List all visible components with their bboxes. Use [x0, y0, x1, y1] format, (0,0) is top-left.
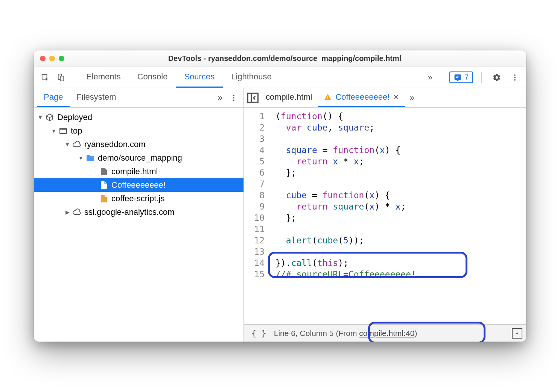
svg-point-6 [233, 94, 234, 96]
editor-statusbar: { } Line 6, Column 5 (From compile.html:… [244, 324, 526, 342]
tree-node-folder[interactable]: ▼ demo/source_mapping [34, 151, 243, 165]
tree-node-deployed[interactable]: ▼ Deployed [34, 111, 243, 124]
cursor-position: Line 6, Column 5 [274, 329, 334, 338]
main-tab-sources[interactable]: Sources [176, 67, 223, 88]
editor-tab[interactable]: compile.html [260, 88, 318, 107]
main-tab-elements[interactable]: Elements [78, 67, 129, 88]
tree-file[interactable]: Coffeeeeeeee! [34, 178, 243, 192]
code-line[interactable] [275, 178, 521, 190]
drawer-toggle-icon[interactable] [512, 328, 522, 339]
tree-node-domain[interactable]: ▶ ssl.google-analytics.com [34, 205, 243, 219]
tree-label: demo/source_mapping [98, 153, 182, 163]
code-line[interactable]: return x * x; [275, 156, 521, 167]
annotation-highlight [268, 252, 467, 278]
main-tabs: ElementsConsoleSourcesLighthouse [78, 67, 423, 88]
navigator-panel: PageFilesystem » ▼ Deployed ▼ [34, 88, 244, 342]
toolbar-divider [74, 72, 74, 83]
code-line[interactable]: cube = function(x) { [275, 190, 521, 201]
toggle-navigator-icon[interactable] [246, 91, 260, 105]
file-icon [99, 167, 108, 176]
tree-label: ryanseddon.com [84, 140, 146, 149]
editor-overflow-button[interactable]: » [405, 93, 418, 103]
folder-icon [86, 153, 95, 163]
tree-file[interactable]: compile.html [34, 165, 243, 178]
file-icon [99, 181, 108, 190]
editor-tabs: compile.htmlCoffeeeeeeee!✕ » [244, 88, 526, 108]
tree-label: Coffeeeeeeee! [111, 180, 166, 190]
svg-rect-2 [60, 76, 64, 81]
tree-label: coffee-script.js [111, 194, 164, 204]
cloud-icon [72, 140, 81, 149]
code-line[interactable] [275, 223, 521, 235]
editor-tab-label: compile.html [266, 92, 312, 102]
cube-icon [45, 113, 54, 122]
titlebar: DevTools - ryanseddon.com/demo/source_ma… [34, 50, 526, 67]
tree-label: ssl.google-analytics.com [84, 207, 175, 217]
warning-icon [324, 93, 332, 101]
annotation-highlight [368, 322, 485, 342]
overflow-tabs-button[interactable]: » [423, 73, 437, 82]
code-line[interactable]: square = function(x) { [275, 144, 521, 156]
main-tab-console[interactable]: Console [129, 67, 176, 88]
navigator-tab-page[interactable]: Page [37, 88, 70, 107]
code-line[interactable]: }; [275, 212, 521, 223]
code-editor[interactable]: 123456789101112131415 (function() { var … [244, 108, 526, 324]
tree-label: compile.html [111, 167, 158, 176]
line-gutter: 123456789101112131415 [244, 108, 270, 324]
cloud-icon [72, 208, 81, 217]
devtools-window: DevTools - ryanseddon.com/demo/source_ma… [34, 50, 526, 342]
close-window-button[interactable] [40, 56, 46, 61]
issues-count: 7 [464, 73, 469, 82]
pretty-print-icon[interactable]: { } [248, 328, 270, 338]
tree-node-top[interactable]: ▼ top [34, 124, 243, 138]
tree-label: top [71, 126, 82, 136]
code-line[interactable]: return square(x) * x; [275, 201, 521, 212]
window-title: DevTools - ryanseddon.com/demo/source_ma… [49, 54, 520, 63]
more-menu-icon[interactable] [508, 71, 522, 84]
close-tab-icon[interactable]: ✕ [393, 93, 399, 101]
code-content[interactable]: (function() { var cube, square; square =… [270, 108, 526, 324]
file-tree: ▼ Deployed ▼ top ▼ [34, 108, 243, 342]
main-tab-lighthouse[interactable]: Lighthouse [223, 67, 280, 88]
editor-tab[interactable]: Coffeeeeeeee!✕ [318, 88, 405, 107]
code-line[interactable]: (function() { [275, 111, 521, 122]
svg-point-7 [233, 97, 234, 99]
settings-icon[interactable] [490, 71, 504, 84]
tree-node-domain[interactable]: ▼ ryanseddon.com [34, 138, 243, 151]
svg-point-8 [233, 99, 234, 101]
toolbar-divider [481, 72, 482, 83]
code-line[interactable]: var cube, square; [275, 122, 521, 133]
navigator-tab-filesystem[interactable]: Filesystem [70, 88, 123, 107]
editor-panel: compile.htmlCoffeeeeeeee!✕ » 12345678910… [244, 88, 526, 342]
svg-point-3 [514, 74, 516, 76]
inspect-element-icon[interactable] [38, 71, 52, 84]
issues-badge[interactable]: 7 [449, 71, 473, 83]
code-line[interactable]: alert(cube(5)); [275, 235, 521, 246]
toolbar-divider [441, 72, 441, 83]
main-toolbar: ElementsConsoleSourcesLighthouse » 7 [34, 67, 526, 88]
tree-file[interactable]: coffee-script.js [34, 192, 243, 205]
svg-point-5 [514, 79, 516, 81]
navigator-more-icon[interactable] [227, 91, 240, 105]
device-toggle-icon[interactable] [54, 71, 68, 84]
navigator-overflow-button[interactable]: » [213, 93, 227, 103]
code-line[interactable]: }; [275, 167, 521, 178]
svg-point-4 [514, 77, 516, 78]
frame-icon [59, 126, 68, 135]
editor-tab-label: Coffeeeeeeee! [335, 92, 390, 102]
file-icon [99, 194, 108, 203]
tree-label: Deployed [57, 112, 92, 122]
svg-rect-9 [60, 128, 67, 134]
code-line[interactable] [275, 133, 521, 144]
navigator-tabs: PageFilesystem » [34, 88, 243, 108]
